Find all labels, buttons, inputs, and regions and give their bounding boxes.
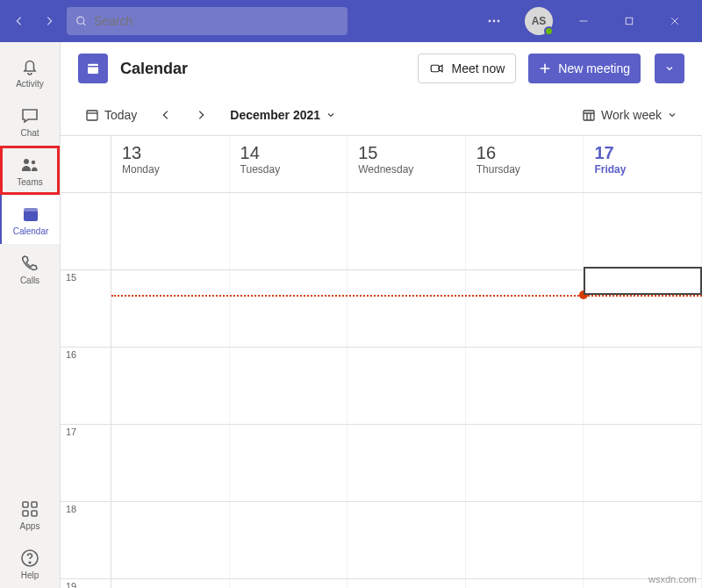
hour-rows: 1516171819: [61, 193, 702, 588]
bell-icon: [19, 56, 40, 77]
meet-now-label: Meet now: [452, 61, 505, 75]
day-header[interactable]: 17Friday: [584, 136, 702, 192]
chevron-left-icon: [160, 109, 172, 121]
hour-label: 15: [61, 270, 111, 347]
plus-icon: [539, 62, 551, 75]
svg-rect-18: [584, 111, 594, 120]
time-cell[interactable]: [466, 348, 584, 424]
calendar-toolbar: Today December 2021 Work week: [61, 95, 702, 135]
time-cell[interactable]: [111, 502, 230, 578]
window-maximize-button[interactable]: [609, 0, 649, 42]
time-cell[interactable]: [584, 193, 702, 269]
time-cell[interactable]: [347, 193, 466, 269]
hour-row: 16: [61, 348, 702, 425]
hour-row: [61, 193, 702, 270]
watermark: wsxdn.com: [648, 574, 697, 584]
avatar-initials: AS: [532, 15, 547, 27]
rail-item-apps[interactable]: Apps: [0, 490, 60, 539]
new-meeting-dropdown[interactable]: [655, 54, 684, 83]
day-name: Friday: [594, 163, 691, 176]
next-period-button[interactable]: [188, 102, 214, 128]
svg-point-1: [489, 20, 491, 23]
rail-item-teams[interactable]: Teams: [0, 146, 60, 195]
chevron-down-icon: [667, 110, 677, 120]
time-cell[interactable]: [111, 425, 230, 501]
svg-point-3: [498, 20, 500, 23]
rail-item-help[interactable]: Help: [0, 539, 60, 588]
calendar-grid[interactable]: 1516171819 wsxdn.com: [61, 193, 702, 588]
day-header[interactable]: 13Monday: [111, 136, 230, 192]
time-cell[interactable]: [230, 348, 348, 424]
time-cell[interactable]: [584, 348, 702, 424]
rail-item-activity[interactable]: Activity: [0, 47, 60, 97]
time-cell[interactable]: [584, 425, 702, 501]
window-minimize-button[interactable]: [563, 0, 604, 42]
svg-rect-9: [23, 502, 28, 507]
selected-time-slot[interactable]: [584, 267, 702, 295]
time-cell[interactable]: [466, 579, 584, 588]
time-cell[interactable]: [466, 270, 584, 347]
time-cell[interactable]: [466, 193, 584, 269]
hour-label: 17: [61, 425, 111, 501]
day-header[interactable]: 16Thursday: [466, 136, 584, 192]
time-cell[interactable]: [111, 579, 230, 588]
current-time-indicator: [111, 295, 702, 297]
time-cell[interactable]: [230, 270, 348, 347]
time-cell[interactable]: [230, 579, 348, 588]
prev-period-button[interactable]: [153, 102, 179, 128]
svg-rect-17: [87, 111, 97, 120]
chevron-right-icon: [195, 109, 207, 121]
day-headers: 13Monday14Tuesday15Wednesday16Thursday17…: [61, 135, 702, 193]
day-header[interactable]: 14Tuesday: [230, 136, 348, 192]
search-input[interactable]: [94, 14, 339, 28]
meet-now-button[interactable]: Meet now: [418, 54, 517, 83]
time-cell[interactable]: [347, 502, 466, 578]
nav-forward-button[interactable]: [37, 9, 61, 33]
time-cell[interactable]: [111, 270, 230, 347]
nav-back-button[interactable]: [7, 9, 32, 33]
time-cell[interactable]: [230, 425, 348, 501]
svg-rect-15: [88, 64, 98, 74]
rail-label: Activity: [16, 79, 44, 89]
more-options-button[interactable]: [474, 0, 514, 42]
day-name: Monday: [122, 163, 218, 176]
rail-item-calls[interactable]: Calls: [0, 244, 60, 293]
hour-row: 17: [61, 425, 702, 502]
time-cell[interactable]: [584, 502, 702, 578]
svg-rect-10: [32, 502, 37, 507]
hour-label: 18: [61, 502, 111, 578]
time-cell[interactable]: [466, 425, 584, 501]
time-cell[interactable]: [466, 502, 584, 578]
time-cell[interactable]: [347, 348, 466, 424]
day-header[interactable]: 15Wednesday: [347, 136, 466, 192]
view-switcher[interactable]: Work week: [575, 102, 684, 128]
calendar-icon: [20, 204, 41, 225]
day-name: Thursday: [476, 163, 573, 176]
time-cell[interactable]: [230, 193, 348, 269]
time-cell[interactable]: [347, 270, 466, 347]
day-number: 13: [122, 143, 218, 163]
month-picker[interactable]: December 2021: [223, 102, 343, 128]
today-button[interactable]: Today: [78, 102, 144, 128]
rail-item-calendar[interactable]: Calendar: [0, 195, 60, 244]
time-cell[interactable]: [347, 425, 466, 501]
time-cell[interactable]: [230, 502, 348, 578]
window-close-button[interactable]: [655, 0, 695, 42]
time-gutter-header: [61, 136, 111, 192]
video-icon: [429, 61, 445, 76]
search-icon: [75, 15, 87, 27]
day-name: Tuesday: [240, 163, 337, 176]
chevron-down-icon: [326, 110, 336, 120]
new-meeting-label: New meeting: [558, 61, 630, 75]
profile-avatar[interactable]: AS: [525, 7, 553, 35]
search-box[interactable]: [67, 7, 347, 35]
time-cell[interactable]: [347, 579, 466, 588]
hour-row: 18: [61, 502, 702, 579]
apps-icon: [19, 498, 40, 520]
time-cell[interactable]: [111, 193, 230, 269]
view-icon: [582, 108, 596, 122]
rail-item-chat[interactable]: Chat: [0, 97, 60, 146]
day-name: Wednesday: [358, 163, 455, 176]
new-meeting-button[interactable]: New meeting: [528, 54, 641, 83]
time-cell[interactable]: [111, 348, 230, 424]
